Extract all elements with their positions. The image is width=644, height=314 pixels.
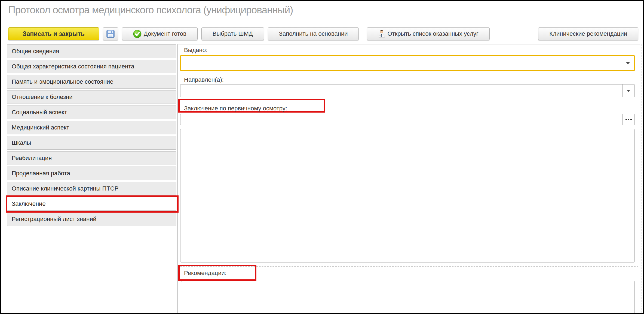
sidebar-item-label: Шкалы [12,139,31,146]
ellipsis-icon [625,119,632,120]
sidebar-item-11[interactable]: Регистрационный лист знаний [7,212,176,226]
sidebar-item-7[interactable]: Реабилитация [7,151,176,165]
sidebar-item-label: Описание клинической картины ПТСР [12,185,118,192]
sidebar-item-label: Общая характеристика состояния пациента [12,63,134,70]
chevron-down-icon [627,90,630,92]
toolbar: Записать и закрыть Документ готов Выбрат… [8,27,638,40]
green-check-icon [133,30,142,38]
sidebar-item-2[interactable]: Память и эмоциональное состояние [7,75,176,89]
issued-label: Выдано: [184,47,207,54]
referred-dropdown-button[interactable] [622,84,634,97]
sidebar-item-3[interactable]: Отношение к болезни [7,90,176,104]
right-splitter-dashed[interactable] [642,44,642,313]
sidebar-item-9[interactable]: Описание клинической картины ПТСР [7,182,176,195]
sidebar-item-label: Медицинский аспект [12,124,69,131]
open-services-label: Открыть список оказанных услуг [387,30,478,37]
sidebar-item-label: Отношение к болезни [12,93,72,101]
referred-field[interactable] [180,84,635,97]
clinical-recommendations-button[interactable]: Клинические рекомендации [538,27,638,40]
floppy-disk-icon [106,30,115,38]
sidebar-item-1[interactable]: Общая характеристика состояния пациента [7,60,176,73]
primary-conclusion-input[interactable] [180,114,622,125]
sidebar-main-separator [177,44,178,313]
referred-input[interactable] [180,84,622,97]
sidebar-section-list: Общие сведенияОбщая характеристика состо… [7,44,176,228]
sidebar-item-5[interactable]: Медицинский аспект [7,121,176,134]
issued-field[interactable] [180,55,635,71]
chevron-down-icon [626,62,630,64]
document-ready-button[interactable]: Документ готов [122,27,198,40]
sidebar-item-6[interactable]: Шкалы [7,136,176,150]
sidebar-item-label: Общие сведения [12,48,59,55]
recommendations-group-divider [180,266,638,267]
primary-conclusion-field[interactable] [180,114,635,125]
sidebar-item-4[interactable]: Социальный аспект [7,105,176,119]
fill-on-basis-button[interactable]: Заполнить на основании [268,27,359,40]
doctor-icon [378,30,385,38]
content-top-divider [177,44,640,44]
issued-dropdown-button[interactable] [622,57,634,69]
select-shmd-button[interactable]: Выбрать ШМД [201,27,264,40]
open-services-button[interactable]: Открыть список оказанных услуг [367,27,489,40]
sidebar-item-8[interactable]: Проделанная работа [7,167,176,180]
issued-input[interactable] [181,56,622,70]
page-title: Протокол осмотра медицинского психолога … [8,4,293,16]
sidebar-item-label: Регистрационный лист знаний [12,216,96,223]
right-panel-border [640,44,640,313]
sidebar-item-label: Проделанная работа [12,170,70,177]
primary-conclusion-ellipsis-button[interactable] [622,114,634,125]
primary-conclusion-label: Заключение по первичному осмотру: [184,105,287,112]
sidebar-item-10[interactable]: Заключение [7,197,176,211]
sidebar-item-0[interactable]: Общие сведения [7,44,176,58]
sidebar-item-label: Память и эмоциональное состояние [12,78,113,85]
conclusion-textarea[interactable] [180,129,635,262]
recommendations-textarea[interactable] [181,281,635,314]
recommendations-label: Рекомендации: [184,270,226,277]
save-button[interactable] [103,27,118,40]
sidebar-item-label: Заключение [12,200,46,207]
referred-label: Направлен(а): [184,76,224,83]
document-ready-label: Документ готов [144,30,186,37]
save-and-close-button[interactable]: Записать и закрыть [8,27,99,40]
sidebar-item-label: Реабилитация [12,155,52,162]
sidebar-item-label: Социальный аспект [12,109,67,116]
